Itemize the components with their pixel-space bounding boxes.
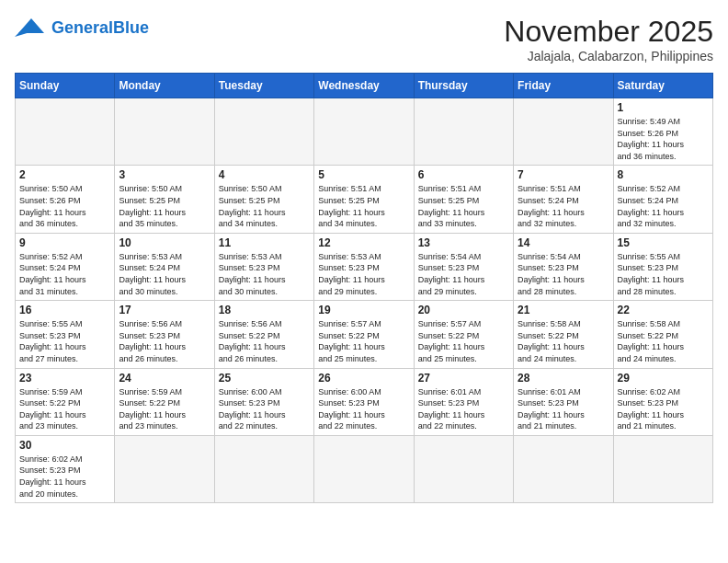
- day-info: Sunrise: 5:52 AM Sunset: 5:24 PM Dayligh…: [19, 251, 110, 297]
- calendar-day-cell: 13Sunrise: 5:54 AM Sunset: 5:23 PM Dayli…: [414, 233, 513, 300]
- day-number: 6: [418, 168, 509, 181]
- calendar-day-cell: 28Sunrise: 6:01 AM Sunset: 5:23 PM Dayli…: [514, 368, 613, 435]
- calendar-day-cell: 15Sunrise: 5:55 AM Sunset: 5:23 PM Dayli…: [613, 233, 712, 300]
- day-info: Sunrise: 6:00 AM Sunset: 5:23 PM Dayligh…: [219, 386, 310, 432]
- calendar-day-cell: 18Sunrise: 5:56 AM Sunset: 5:22 PM Dayli…: [214, 301, 313, 368]
- calendar-day-cell: [514, 435, 613, 502]
- calendar: SundayMondayTuesdayWednesdayThursdayFrid…: [15, 73, 713, 503]
- calendar-day-cell: 24Sunrise: 5:59 AM Sunset: 5:22 PM Dayli…: [115, 368, 214, 435]
- calendar-day-cell: 20Sunrise: 5:57 AM Sunset: 5:22 PM Dayli…: [414, 301, 513, 368]
- calendar-week-row: 2Sunrise: 5:50 AM Sunset: 5:26 PM Daylig…: [16, 166, 713, 233]
- day-number: 26: [318, 372, 409, 385]
- logo-icon: [15, 15, 48, 40]
- calendar-week-row: 23Sunrise: 5:59 AM Sunset: 5:22 PM Dayli…: [16, 368, 713, 435]
- calendar-week-row: 30Sunrise: 6:02 AM Sunset: 5:23 PM Dayli…: [16, 435, 713, 502]
- day-number: 7: [518, 168, 609, 181]
- day-number: 15: [618, 236, 709, 249]
- calendar-day-cell: [414, 435, 513, 502]
- day-info: Sunrise: 5:54 AM Sunset: 5:23 PM Dayligh…: [518, 251, 609, 297]
- weekday-header: Thursday: [414, 74, 513, 98]
- day-number: 18: [219, 304, 310, 316]
- day-info: Sunrise: 5:58 AM Sunset: 5:22 PM Dayligh…: [518, 318, 609, 364]
- month-title: November 2025: [504, 15, 713, 49]
- calendar-day-cell: 16Sunrise: 5:55 AM Sunset: 5:23 PM Dayli…: [16, 301, 115, 368]
- calendar-day-cell: [214, 98, 313, 166]
- day-info: Sunrise: 5:58 AM Sunset: 5:22 PM Dayligh…: [618, 318, 709, 364]
- day-number: 9: [19, 236, 110, 249]
- day-number: 20: [418, 304, 509, 316]
- calendar-day-cell: 12Sunrise: 5:53 AM Sunset: 5:23 PM Dayli…: [314, 233, 414, 300]
- day-number: 2: [19, 168, 110, 181]
- calendar-day-cell: 26Sunrise: 6:00 AM Sunset: 5:23 PM Dayli…: [314, 368, 414, 435]
- calendar-day-cell: [314, 98, 414, 166]
- calendar-week-row: 9Sunrise: 5:52 AM Sunset: 5:24 PM Daylig…: [16, 233, 713, 300]
- weekday-header: Tuesday: [214, 74, 313, 98]
- day-number: 28: [518, 372, 609, 385]
- calendar-week-row: 1Sunrise: 5:49 AM Sunset: 5:26 PM Daylig…: [16, 98, 713, 166]
- calendar-day-cell: 4Sunrise: 5:50 AM Sunset: 5:25 PM Daylig…: [214, 166, 313, 233]
- day-number: 14: [518, 236, 609, 249]
- day-number: 27: [418, 372, 509, 385]
- calendar-day-cell: [514, 98, 613, 166]
- day-number: 12: [318, 236, 409, 249]
- day-info: Sunrise: 6:00 AM Sunset: 5:23 PM Dayligh…: [318, 386, 409, 432]
- calendar-day-cell: [414, 98, 513, 166]
- calendar-day-cell: 8Sunrise: 5:52 AM Sunset: 5:24 PM Daylig…: [613, 166, 712, 233]
- day-info: Sunrise: 6:02 AM Sunset: 5:23 PM Dayligh…: [19, 454, 110, 500]
- day-info: Sunrise: 5:49 AM Sunset: 5:26 PM Dayligh…: [618, 116, 709, 162]
- weekday-header: Wednesday: [314, 74, 414, 98]
- calendar-day-cell: 19Sunrise: 5:57 AM Sunset: 5:22 PM Dayli…: [314, 301, 414, 368]
- day-number: 23: [19, 372, 110, 385]
- day-number: 25: [219, 372, 310, 385]
- calendar-day-cell: 2Sunrise: 5:50 AM Sunset: 5:26 PM Daylig…: [16, 166, 115, 233]
- day-info: Sunrise: 6:01 AM Sunset: 5:23 PM Dayligh…: [518, 386, 609, 432]
- calendar-day-cell: 3Sunrise: 5:50 AM Sunset: 5:25 PM Daylig…: [115, 166, 214, 233]
- calendar-day-cell: 5Sunrise: 5:51 AM Sunset: 5:25 PM Daylig…: [314, 166, 414, 233]
- weekday-header: Friday: [514, 74, 613, 98]
- day-number: 1: [618, 101, 709, 114]
- day-number: 3: [119, 168, 210, 181]
- location: Jalajala, Calabarzon, Philippines: [504, 49, 713, 63]
- day-number: 21: [518, 304, 609, 316]
- day-info: Sunrise: 5:59 AM Sunset: 5:22 PM Dayligh…: [119, 386, 210, 432]
- day-info: Sunrise: 5:55 AM Sunset: 5:23 PM Dayligh…: [19, 318, 110, 364]
- day-number: 5: [318, 168, 409, 181]
- logo-text: GeneralBlue: [51, 18, 149, 38]
- calendar-day-cell: [16, 98, 115, 166]
- day-info: Sunrise: 6:01 AM Sunset: 5:23 PM Dayligh…: [418, 386, 509, 432]
- calendar-day-cell: 29Sunrise: 6:02 AM Sunset: 5:23 PM Dayli…: [613, 368, 712, 435]
- calendar-day-cell: 17Sunrise: 5:56 AM Sunset: 5:23 PM Dayli…: [115, 301, 214, 368]
- calendar-day-cell: 27Sunrise: 6:01 AM Sunset: 5:23 PM Dayli…: [414, 368, 513, 435]
- day-info: Sunrise: 5:53 AM Sunset: 5:23 PM Dayligh…: [219, 251, 310, 297]
- day-info: Sunrise: 6:02 AM Sunset: 5:23 PM Dayligh…: [618, 386, 709, 432]
- calendar-day-cell: 30Sunrise: 6:02 AM Sunset: 5:23 PM Dayli…: [16, 435, 115, 502]
- day-info: Sunrise: 5:52 AM Sunset: 5:24 PM Dayligh…: [618, 183, 709, 229]
- calendar-day-cell: [115, 435, 214, 502]
- day-number: 10: [119, 236, 210, 249]
- day-number: 16: [19, 304, 110, 316]
- day-number: 24: [119, 372, 210, 385]
- calendar-day-cell: [115, 98, 214, 166]
- day-number: 13: [418, 236, 509, 249]
- title-block: November 2025 Jalajala, Calabarzon, Phil…: [504, 15, 713, 63]
- calendar-day-cell: 1Sunrise: 5:49 AM Sunset: 5:26 PM Daylig…: [613, 98, 712, 166]
- calendar-day-cell: 22Sunrise: 5:58 AM Sunset: 5:22 PM Dayli…: [613, 301, 712, 368]
- day-info: Sunrise: 5:51 AM Sunset: 5:25 PM Dayligh…: [318, 183, 409, 229]
- day-number: 22: [618, 304, 709, 316]
- logo: GeneralBlue: [15, 15, 149, 40]
- calendar-day-cell: 14Sunrise: 5:54 AM Sunset: 5:23 PM Dayli…: [514, 233, 613, 300]
- day-info: Sunrise: 5:56 AM Sunset: 5:23 PM Dayligh…: [119, 318, 210, 364]
- day-info: Sunrise: 5:53 AM Sunset: 5:24 PM Dayligh…: [119, 251, 210, 297]
- day-info: Sunrise: 5:53 AM Sunset: 5:23 PM Dayligh…: [318, 251, 409, 297]
- day-info: Sunrise: 5:56 AM Sunset: 5:22 PM Dayligh…: [219, 318, 310, 364]
- calendar-day-cell: 21Sunrise: 5:58 AM Sunset: 5:22 PM Dayli…: [514, 301, 613, 368]
- calendar-day-cell: 11Sunrise: 5:53 AM Sunset: 5:23 PM Dayli…: [214, 233, 313, 300]
- calendar-day-cell: [314, 435, 414, 502]
- day-info: Sunrise: 5:55 AM Sunset: 5:23 PM Dayligh…: [618, 251, 709, 297]
- calendar-day-cell: 23Sunrise: 5:59 AM Sunset: 5:22 PM Dayli…: [16, 368, 115, 435]
- day-info: Sunrise: 5:57 AM Sunset: 5:22 PM Dayligh…: [318, 318, 409, 364]
- day-info: Sunrise: 5:51 AM Sunset: 5:25 PM Dayligh…: [418, 183, 509, 229]
- day-info: Sunrise: 5:51 AM Sunset: 5:24 PM Dayligh…: [518, 183, 609, 229]
- page-header: GeneralBlue November 2025 Jalajala, Cala…: [15, 15, 713, 63]
- day-number: 29: [618, 372, 709, 385]
